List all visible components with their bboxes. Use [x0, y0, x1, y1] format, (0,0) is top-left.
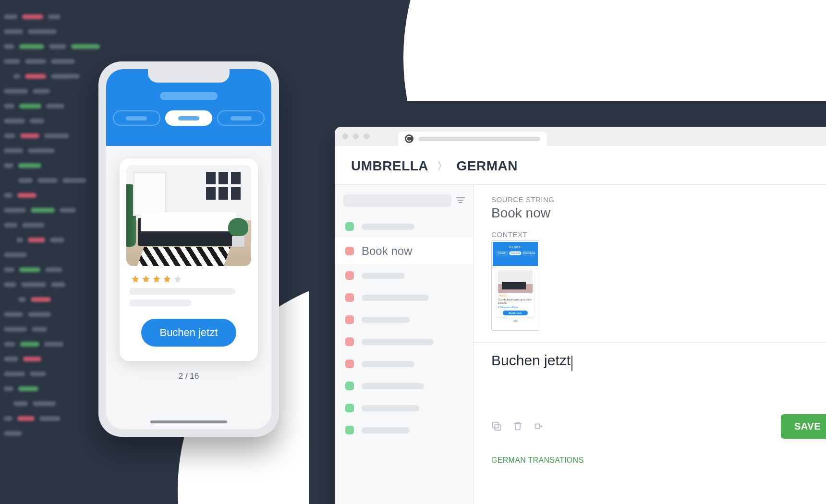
star-icon — [131, 275, 140, 283]
laptop-mockup: UMBRELLA 〉 GERMAN Book now SOURCE STRING… — [309, 101, 826, 504]
string-placeholder — [362, 383, 424, 389]
star-icon — [152, 275, 161, 283]
trash-icon[interactable] — [512, 421, 523, 432]
svg-rect-2 — [535, 424, 540, 429]
string-list-item[interactable] — [335, 309, 474, 331]
status-indicator — [345, 382, 354, 390]
phone-tab[interactable] — [113, 110, 160, 126]
context-screenshot[interactable]: HOME Search Your pick Promotions ★★★★☆ — [491, 240, 539, 331]
chevron-right-icon: 〉 — [437, 159, 448, 173]
string-placeholder — [362, 224, 414, 230]
status-indicator — [345, 404, 354, 412]
window-dot — [342, 133, 348, 139]
string-placeholder — [362, 427, 410, 433]
insert-placeholder-icon[interactable] — [534, 421, 544, 432]
window-dot — [353, 133, 359, 139]
text-placeholder — [129, 300, 192, 306]
context-button: Book now — [503, 311, 528, 315]
listing-card: Buchen jetzt — [120, 158, 258, 361]
string-list-item[interactable] — [335, 287, 474, 309]
browser-chrome — [335, 127, 826, 146]
string-placeholder — [362, 295, 429, 301]
phone-notch — [148, 69, 230, 83]
breadcrumb-project[interactable]: UMBRELLA — [351, 158, 428, 174]
phone-mockup: Buchen jetzt 2 / 16 — [98, 61, 279, 437]
rating-stars — [131, 275, 251, 283]
star-icon — [163, 275, 171, 283]
phone-title-placeholder — [160, 92, 218, 100]
status-indicator — [345, 271, 354, 280]
string-label: Book now — [362, 244, 412, 258]
context-header: HOME — [493, 242, 538, 249]
tab-title-placeholder — [418, 137, 540, 141]
context-tab: Your pick — [509, 251, 522, 255]
translations-section-label: GERMAN TRANSATIONS — [491, 456, 826, 465]
phone-tab[interactable] — [217, 110, 265, 126]
source-string-value: Book now — [491, 205, 826, 221]
browser-tab[interactable] — [398, 132, 547, 146]
status-indicator — [345, 222, 354, 231]
filter-icon[interactable] — [456, 197, 465, 204]
context-location: 9 Stevenson Place — [498, 306, 533, 309]
search-input[interactable] — [343, 194, 451, 207]
window-dot — [364, 133, 369, 139]
string-list-item[interactable]: Book now — [335, 238, 474, 264]
save-button[interactable]: SAVE — [781, 414, 826, 439]
string-list-item[interactable] — [335, 331, 474, 353]
string-list-item[interactable] — [335, 216, 474, 238]
breadcrumb-language[interactable]: GERMAN — [457, 158, 518, 174]
star-icon-empty — [173, 275, 182, 283]
svg-rect-1 — [495, 425, 500, 431]
text-placeholder — [129, 288, 235, 295]
source-string-label: SOURCE STRING — [491, 195, 826, 204]
pager-text: 2 / 16 — [115, 372, 263, 381]
string-list-item[interactable] — [335, 264, 474, 287]
context-pager: 2/16 — [493, 320, 538, 323]
string-list-item[interactable] — [335, 375, 474, 397]
svg-rect-0 — [493, 422, 498, 428]
favicon-icon — [405, 134, 413, 143]
home-indicator — [150, 420, 227, 423]
string-placeholder — [362, 339, 434, 345]
status-indicator — [345, 315, 354, 324]
text-cursor — [571, 356, 572, 371]
breadcrumb: UMBRELLA 〉 GERMAN — [335, 146, 826, 184]
string-placeholder — [362, 361, 414, 367]
translation-input[interactable]: Buchen jetzt — [491, 352, 571, 368]
context-label: CONTEXT — [491, 230, 826, 239]
string-placeholder — [362, 317, 410, 323]
strings-sidepanel: Book now — [335, 185, 474, 504]
translation-editor: SOURCE STRING Book now CONTEXT HOME Sear… — [474, 185, 826, 504]
status-indicator — [345, 360, 354, 368]
string-list-item[interactable] — [335, 397, 474, 419]
status-indicator — [345, 337, 354, 346]
phone-tab-active[interactable] — [165, 110, 213, 126]
string-placeholder — [362, 405, 419, 411]
room-photo — [126, 165, 251, 266]
string-list-item[interactable] — [335, 353, 474, 375]
context-tab: Search — [496, 251, 508, 255]
status-indicator — [345, 293, 354, 302]
context-card-text: Comfy bedroom up to four people — [498, 298, 533, 305]
star-icon — [142, 275, 150, 283]
copy-icon[interactable] — [491, 421, 502, 432]
book-now-button[interactable]: Buchen jetzt — [141, 319, 236, 347]
string-placeholder — [362, 273, 405, 279]
status-indicator — [345, 247, 354, 255]
context-tab: Promotions — [522, 251, 535, 255]
status-indicator — [345, 426, 354, 434]
string-list-item[interactable] — [335, 419, 474, 441]
